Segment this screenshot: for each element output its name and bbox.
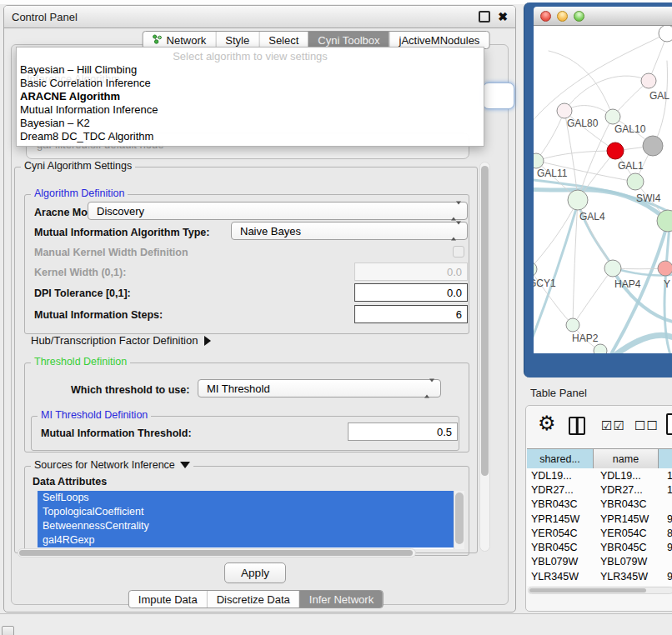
network-node[interactable] (594, 344, 607, 353)
hub-definition-toggle[interactable]: Hub/Transcription Factor Definition (31, 334, 211, 347)
algorithm-option[interactable]: Basic Correlation Inference (17, 77, 484, 90)
dpi-tolerance-input[interactable] (354, 283, 468, 302)
algorithm-option[interactable]: Dream8 DC_TDC Algorithm (17, 130, 484, 143)
network-node[interactable] (534, 262, 537, 277)
minimize-traffic-light-icon[interactable] (557, 11, 568, 22)
network-node[interactable] (568, 190, 588, 210)
sources-group-title[interactable]: Sources for Network Inference (31, 459, 193, 471)
mi-steps-input[interactable] (354, 305, 468, 323)
new-table-icon[interactable] (666, 413, 672, 435)
scrollbar-thumb[interactable] (481, 166, 489, 476)
scrollbar-thumb[interactable] (19, 550, 413, 556)
column-header-shared-name[interactable]: shared... (527, 449, 594, 468)
aracne-mode-combo[interactable]: Discovery (88, 202, 468, 220)
table-row[interactable]: YER054CYER054C8. (527, 526, 672, 540)
table-cell: YBR043C (594, 498, 659, 510)
table-header: shared... name (527, 448, 672, 469)
table-cell: YDL19... (527, 470, 594, 482)
node-label: GAL10 (614, 123, 646, 135)
tab-style[interactable]: Style (215, 32, 258, 48)
algorithm-option[interactable]: Bayesian – K2 (17, 117, 484, 130)
tab-impute-data[interactable]: Impute Data (129, 591, 207, 608)
select-checks-icon[interactable]: ☑☑ (601, 418, 625, 433)
network-node[interactable] (658, 261, 672, 276)
data-attributes-label: Data Attributes (33, 476, 107, 488)
scrollbar-thumb[interactable] (455, 492, 464, 544)
scrollbar-thumb[interactable] (529, 588, 646, 592)
algorithm-option[interactable]: Bayesian – Hill Climbing (17, 63, 484, 77)
table-row[interactable]: YPR145WYPR145W9. (527, 512, 672, 526)
tab-label: jActiveMNodules (399, 34, 480, 47)
combo-value: MI Threshold (207, 382, 270, 395)
network-node[interactable] (659, 26, 672, 42)
table-row[interactable]: YBR045CYBR045C9. (527, 540, 672, 554)
attribute-list-item[interactable]: TopologicalCoefficient (38, 505, 454, 519)
table-cell: 8. (659, 528, 672, 539)
network-edge[interactable] (536, 151, 615, 161)
attribute-list-item[interactable]: BetweennessCentrality (38, 519, 454, 533)
network-node[interactable] (627, 173, 644, 190)
apply-button[interactable]: Apply (224, 562, 286, 583)
algorithm-combo-sliver[interactable] (483, 82, 514, 109)
float-window-icon[interactable] (479, 11, 490, 22)
tab-label: Select (268, 34, 298, 47)
attribute-list-item[interactable]: gal4RGexp (38, 533, 454, 548)
algorithm-option[interactable]: Mutual Information Inference (17, 103, 484, 117)
tab-network[interactable]: Network (143, 32, 216, 48)
manual-kernel-checkbox[interactable] (453, 246, 464, 258)
network-node[interactable] (557, 103, 572, 118)
mi-algorithm-type-combo[interactable]: Naive Bayes (231, 222, 468, 240)
tab-select[interactable]: Select (258, 32, 308, 48)
manual-kernel-label: Manual Kernel Width Definition (34, 247, 188, 258)
network-edge[interactable] (536, 111, 564, 161)
network-node[interactable] (566, 318, 579, 332)
gear-icon[interactable]: ⚙ (538, 412, 556, 435)
zoom-traffic-light-icon[interactable] (574, 11, 584, 22)
settings-horizontal-scrollbar[interactable] (18, 548, 416, 558)
table-row[interactable]: YBR043CYBR043C (527, 498, 672, 512)
table-cell: YLR345W (594, 571, 659, 582)
attributes-scrollbar[interactable] (454, 491, 464, 549)
network-node[interactable] (643, 136, 663, 156)
bottom-left-mini-button[interactable] (2, 626, 14, 635)
table-row[interactable]: YBL079WYBL079W (527, 555, 672, 569)
unselect-checks-icon[interactable]: ☐☐ (634, 418, 659, 433)
table-cell: YBR045C (527, 542, 594, 553)
tab-cyni-toolbox[interactable]: Cyni Toolbox (308, 32, 389, 48)
network-edge[interactable] (573, 268, 613, 325)
table-panel-title: Table Panel (530, 387, 587, 399)
which-threshold-label: Which threshold to use: (71, 384, 189, 396)
data-attributes-list[interactable]: SelfLoopsTopologicalCoefficientBetweenne… (38, 491, 464, 549)
settings-vertical-scrollbar[interactable] (479, 162, 490, 552)
column-header-name[interactable]: name (594, 449, 659, 468)
network-node[interactable] (605, 109, 620, 124)
network-node[interactable] (641, 73, 656, 88)
network-window-titlebar[interactable] (534, 7, 672, 26)
table-row[interactable]: YLR345WYLR345W9. (527, 569, 672, 583)
column-header-cut[interactable] (659, 449, 672, 468)
attribute-list-item[interactable]: SelfLoops (38, 491, 454, 505)
network-edge[interactable] (534, 200, 578, 269)
network-node[interactable] (604, 260, 621, 277)
close-icon[interactable]: ✖ (498, 11, 508, 22)
table-row[interactable]: YDR27...YDR27...12 (527, 482, 672, 497)
table-cell: 13 (659, 470, 672, 482)
tab-jactivemnodules[interactable]: jActiveMNodules (389, 32, 489, 48)
kernel-width-input[interactable] (354, 262, 468, 281)
close-traffic-light-icon[interactable] (540, 11, 551, 22)
network-canvas[interactable]: GALGAL80GAL10GAL1GAL11GAL4SWI4GCY1HAP4YH… (534, 26, 672, 353)
network-node[interactable] (607, 142, 624, 159)
table-horizontal-scrollbar[interactable] (528, 587, 672, 594)
tab-infer-network[interactable]: Infer Network (299, 591, 383, 608)
table-row[interactable]: YDL19...YDL19...13 (527, 468, 672, 482)
which-threshold-combo[interactable]: MI Threshold (198, 379, 441, 398)
network-edge[interactable] (564, 76, 649, 111)
algorithm-option[interactable]: ARACNE Algorithm (17, 90, 484, 103)
split-columns-icon[interactable] (569, 417, 585, 435)
network-edge[interactable] (615, 335, 672, 353)
tab-discretize-data[interactable]: Discretize Data (207, 591, 299, 608)
network-edge[interactable] (653, 61, 667, 146)
table-row[interactable]: YIL052CYIL052C9 (527, 583, 672, 586)
mi-threshold-input[interactable] (348, 422, 458, 441)
table-cell: YBR045C (594, 542, 659, 553)
